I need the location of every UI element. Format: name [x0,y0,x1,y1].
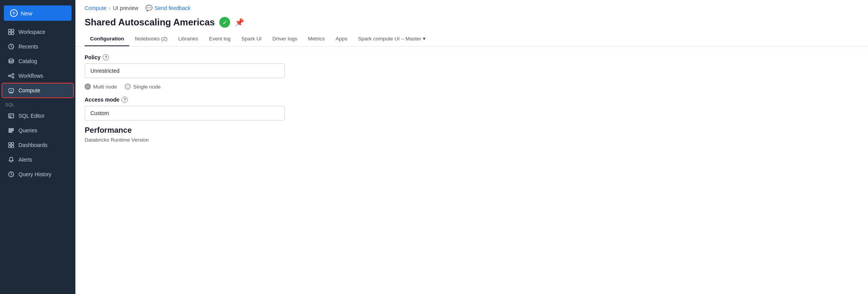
sidebar-item-workflows-label: Workflows [18,73,43,79]
multi-node-radio[interactable]: Multi node [85,84,117,90]
dashboards-icon [8,142,15,149]
sidebar-item-compute-label: Compute [18,87,40,94]
sidebar-item-workflows[interactable]: Workflows [2,69,73,83]
svg-rect-2 [8,32,11,35]
status-check-icon: ✓ [219,17,230,28]
svg-point-5 [9,59,13,61]
sidebar-item-recents[interactable]: Recents [2,40,73,53]
single-node-radio[interactable]: Single node [125,84,160,90]
sidebar-item-alerts-label: Alerts [18,157,32,163]
sidebar-item-queries-label: Queries [18,127,37,134]
svg-rect-3 [12,32,14,35]
tab-spark-compute[interactable]: Spark compute UI – Master ▾ [353,32,431,46]
sidebar-item-sql-editor-label: SQL Editor [18,113,45,119]
multi-node-label: Multi node [93,84,117,90]
tabs-bar: Configuration Notebooks (2) Libraries Ev… [75,30,868,47]
recents-icon [8,43,15,50]
tab-apps[interactable]: Apps [330,33,353,46]
catalog-icon [8,58,15,65]
policy-help-icon[interactable]: ? [103,54,109,60]
sidebar-item-workspace[interactable]: Workspace [2,25,73,39]
sidebar-item-queries[interactable]: Queries [2,124,73,137]
svg-rect-17 [12,143,14,145]
svg-rect-18 [9,145,11,148]
sidebar-item-dashboards-label: Dashboards [18,142,48,148]
svg-line-9 [10,75,12,76]
breadcrumb: Compute › UI preview 💬 Send feedback [75,0,868,14]
tab-driver-logs[interactable]: Driver logs [267,33,303,46]
queries-icon [8,127,15,134]
single-node-label: Single node [133,84,160,90]
sidebar-item-sql-editor[interactable]: SQL Editor [2,109,73,123]
workspace-icon [8,28,15,35]
tab-spark-ui[interactable]: Spark UI [236,33,267,46]
svg-point-6 [8,75,10,77]
sidebar-item-dashboards[interactable]: Dashboards [2,138,73,152]
compute-icon [8,87,15,94]
breadcrumb-separator: › [109,5,111,11]
sql-editor-icon [8,112,15,119]
policy-value: Unrestricted [85,63,285,78]
query-history-icon [8,171,15,178]
sidebar-item-alerts[interactable]: Alerts [2,153,73,167]
sidebar-item-catalog[interactable]: Catalog [2,54,73,68]
access-mode-value: Custom [85,106,285,120]
performance-title: Performance [85,126,859,135]
tab-event-log[interactable]: Event log [204,33,236,46]
breadcrumb-current: UI preview [113,5,138,11]
sidebar-item-compute[interactable]: Compute [2,84,73,97]
runtime-label: Databricks Runtime Version [85,137,859,143]
svg-point-8 [12,77,14,78]
sidebar-item-query-history-label: Query History [18,171,52,177]
sidebar-item-recents-label: Recents [18,43,38,50]
single-node-radio-circle [125,84,131,90]
chat-icon: 💬 [145,5,153,12]
alerts-icon [8,156,15,163]
svg-rect-19 [12,145,14,148]
breadcrumb-compute-link[interactable]: Compute [85,5,107,11]
pin-icon[interactable]: 📌 [235,18,244,27]
plus-icon: + [10,9,18,17]
svg-point-7 [12,74,14,75]
new-button[interactable]: + New [4,5,72,21]
sql-section-label: SQL [0,98,75,109]
svg-rect-0 [8,29,11,32]
svg-rect-16 [9,143,11,145]
page-title: Shared Autoscaling Americas [85,17,215,28]
tab-metrics[interactable]: Metrics [302,33,330,46]
access-mode-help-icon[interactable]: ? [122,97,128,103]
send-feedback-link[interactable]: 💬 Send feedback [145,5,190,12]
multi-node-radio-circle [85,84,91,90]
policy-label: Policy ? [85,54,859,60]
svg-point-11 [11,90,12,91]
sidebar: + New Workspace Recents [0,0,75,294]
configuration-content: Policy ? Unrestricted Multi node Single … [75,47,868,294]
main-content: Compute › UI preview 💬 Send feedback Sha… [75,0,868,294]
sidebar-item-catalog-label: Catalog [18,58,37,64]
send-feedback-label: Send feedback [155,5,190,11]
access-mode-label: Access mode ? [85,97,859,103]
svg-line-10 [10,76,12,77]
page-header: Shared Autoscaling Americas ✓ 📌 [75,14,868,28]
node-type-radio-group: Multi node Single node [85,84,859,90]
sidebar-item-query-history[interactable]: Query History [2,167,73,181]
sidebar-item-workspace-label: Workspace [18,29,45,35]
tab-notebooks[interactable]: Notebooks (2) [129,33,173,46]
new-button-label: New [21,10,32,17]
tab-libraries[interactable]: Libraries [173,33,204,46]
workflows-icon [8,72,15,79]
tab-configuration[interactable]: Configuration [85,33,129,46]
svg-rect-1 [12,29,14,32]
